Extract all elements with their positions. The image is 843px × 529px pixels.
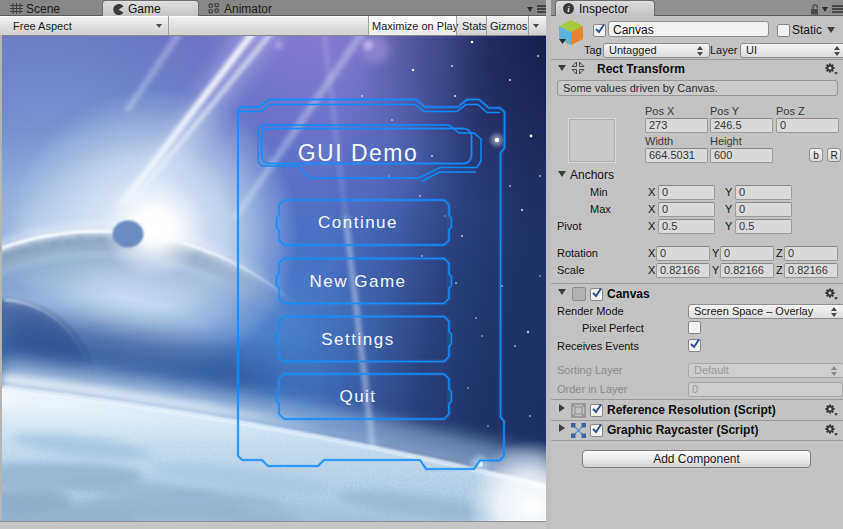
svg-text:Quit: Quit [339, 387, 376, 406]
svg-text:GUI Demo: GUI Demo [298, 140, 419, 166]
svg-text:Settings: Settings [321, 330, 394, 349]
svg-text:New Game: New Game [309, 272, 406, 291]
svg-text:Continue: Continue [318, 213, 398, 232]
